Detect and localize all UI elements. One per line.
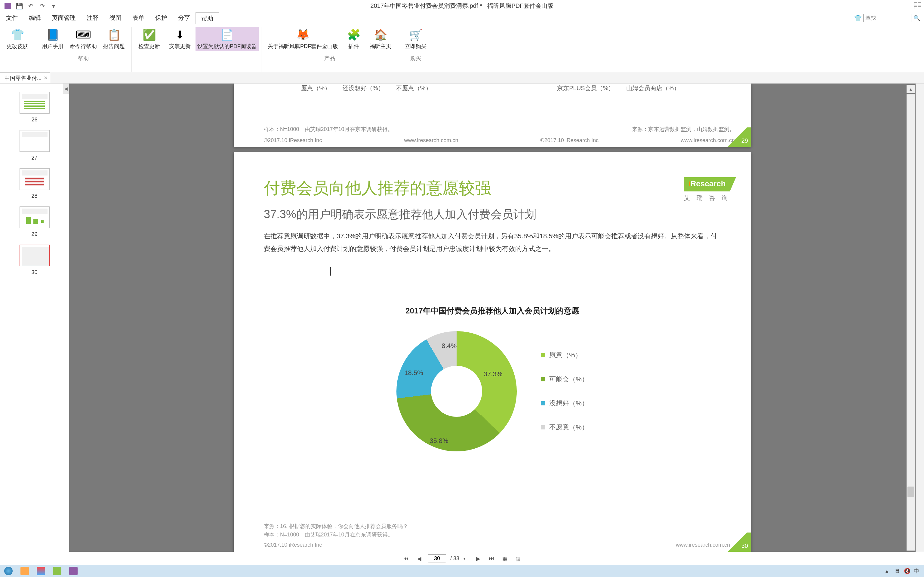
- thumbnail-list: 26 27 28 29 30: [0, 84, 69, 285]
- report-issue-label: 报告问题: [103, 43, 125, 50]
- right-rail: [916, 84, 924, 552]
- taskbar-app1-icon[interactable]: [21, 567, 29, 575]
- terminal-icon: ⌨: [74, 28, 93, 42]
- swatch-blue: [541, 401, 545, 405]
- buy-now-button[interactable]: 🛒立即购买: [401, 27, 431, 51]
- donut-label-a: 37.3%: [484, 370, 502, 378]
- window-grid-icon[interactable]: [914, 2, 921, 9]
- thumbnail-panel: ◀ 26 27 28 29 30: [0, 84, 69, 552]
- ribbon-group-update: ✅检查更新 ⬇安装更新 📄设置为默认的PDF阅读器: [132, 27, 262, 72]
- change-skin-label: 更改皮肤: [6, 43, 28, 50]
- user-manual-label: 用户手册: [42, 43, 63, 50]
- taskbar: ▴ 🖥 🔇 中: [0, 565, 924, 577]
- logo-subtitle: 艾 瑞 咨 询: [684, 194, 730, 202]
- taskbar-app2-icon[interactable]: [37, 567, 45, 575]
- page-viewer[interactable]: ▴ 愿意（%） 还没想好（%） 不愿意（%） 京东PLUS会员（%） 山姆会员商…: [69, 84, 916, 552]
- document-tab[interactable]: 中国零售业付... ✕: [0, 73, 50, 83]
- p30-footer-q: 来源：16. 根据您的实际体验，你会向他人推荐会员服务吗？: [264, 522, 730, 530]
- set-default-button[interactable]: 📄设置为默认的PDF阅读器: [195, 27, 258, 51]
- skin-icon[interactable]: 👕: [854, 14, 862, 22]
- p29-page-number: 29: [724, 127, 751, 147]
- first-page-icon[interactable]: ⏮: [402, 554, 410, 563]
- foxit-home-label: 福昕主页: [370, 43, 391, 50]
- p30-footer: 来源：16. 根据您的实际体验，你会向他人推荐会员服务吗？ 样本：N=1000；…: [264, 522, 730, 552]
- report-issue-button[interactable]: 📋报告问题: [99, 27, 129, 51]
- foxit-home-button[interactable]: 🏠福昕主页: [365, 27, 396, 51]
- next-page-icon[interactable]: ▶: [474, 554, 483, 563]
- check-update-button[interactable]: ✅检查更新: [134, 27, 164, 51]
- menu-page-manage[interactable]: 页面管理: [46, 12, 81, 24]
- redo-icon[interactable]: ↷: [37, 1, 47, 11]
- ribbon: 👕 更改皮肤 📘用户手册 ⌨命令行帮助 📋报告问题 帮助 ✅检查更新 ⬇安装更新…: [0, 24, 924, 72]
- undo-icon[interactable]: ↶: [26, 1, 36, 11]
- ribbon-group-buy: 🛒立即购买 购买: [398, 27, 433, 72]
- thumb-26[interactable]: [19, 92, 50, 114]
- current-page-input[interactable]: [428, 554, 446, 563]
- close-tab-icon[interactable]: ✕: [44, 75, 47, 81]
- svg-rect-0: [5, 3, 11, 9]
- vertical-scrollbar[interactable]: [906, 94, 915, 551]
- page-dropdown-icon[interactable]: ▾: [464, 556, 470, 561]
- menu-file[interactable]: 文件: [1, 12, 23, 24]
- search-input[interactable]: [863, 14, 911, 22]
- last-page-icon[interactable]: ⏭: [487, 554, 496, 563]
- menu-annotate[interactable]: 注释: [81, 12, 104, 24]
- qat-dropdown-icon[interactable]: ▾: [49, 1, 58, 11]
- thumb-label-26: 26: [2, 117, 66, 123]
- menu-search: 👕 🔍: [854, 14, 924, 22]
- cmd-help-button[interactable]: ⌨命令行帮助: [68, 27, 99, 51]
- taskbar-foxit-icon[interactable]: [69, 567, 78, 575]
- plugins-button[interactable]: 🧩插件: [342, 27, 365, 51]
- save-icon[interactable]: 💾: [15, 1, 24, 11]
- iresearch-logo: iResearch 艾 瑞 咨 询: [684, 177, 730, 202]
- menu-help[interactable]: 帮助: [195, 12, 219, 24]
- nav-extra2-icon[interactable]: ▨: [514, 554, 522, 563]
- scroll-up-icon[interactable]: ▴: [906, 85, 915, 93]
- buy-now-label: 立即购买: [405, 43, 426, 50]
- thumb-29[interactable]: [19, 206, 50, 228]
- donut-label-c: 18.5%: [404, 369, 423, 377]
- legend-1: 可能会（%）: [549, 375, 588, 384]
- page-30: 付费会员向他人推荐的意愿较强 iResearch 艾 瑞 咨 询 37.3%的用…: [234, 152, 751, 552]
- tray-volume-icon[interactable]: 🔇: [903, 567, 911, 575]
- thumb-28[interactable]: [19, 168, 50, 190]
- p29-legend-left-0: 愿意（%）: [301, 85, 331, 91]
- home-icon: 🏠: [371, 28, 390, 42]
- scrollbar-handle[interactable]: [908, 487, 914, 497]
- window-title: 2017年中国零售业付费会员消费洞察.pdf * - 福昕风腾PDF套件金山版: [371, 2, 554, 10]
- p29-legend-left-1: 还没想好（%）: [342, 85, 384, 91]
- cart-icon: 🛒: [406, 28, 425, 42]
- menu-share[interactable]: 分享: [173, 12, 195, 24]
- menu-view[interactable]: 视图: [104, 12, 127, 24]
- nav-extra1-icon[interactable]: ▦: [500, 554, 509, 563]
- system-tray: ▴ 🖥 🔇 中: [883, 567, 924, 575]
- prev-page-icon[interactable]: ◀: [415, 554, 424, 563]
- puzzle-icon: 🧩: [344, 28, 363, 42]
- window-controls: [914, 2, 921, 9]
- ribbon-group-product: 🦊关于福昕风腾PDF套件金山版 🧩插件 🏠福昕主页 产品: [262, 27, 398, 72]
- tray-up-icon[interactable]: ▴: [883, 567, 890, 575]
- about-button[interactable]: 🦊关于福昕风腾PDF套件金山版: [264, 27, 342, 51]
- thumb-27[interactable]: [19, 130, 50, 152]
- tray-monitor-icon[interactable]: 🖥: [893, 567, 901, 575]
- p29-sample: 样本：N=1000；由艾瑞2017年10月在京东调研获得。: [264, 126, 393, 133]
- thumb-30[interactable]: [19, 245, 50, 266]
- app-icon: [3, 1, 13, 11]
- pdf-icon: 📄: [218, 28, 237, 42]
- start-button[interactable]: [4, 567, 13, 575]
- menu-form[interactable]: 表单: [127, 12, 150, 24]
- change-skin-button[interactable]: 👕 更改皮肤: [2, 27, 32, 51]
- legend-3: 不愿意（%）: [549, 423, 588, 432]
- user-manual-button[interactable]: 📘用户手册: [37, 27, 68, 51]
- legend-2: 没想好（%）: [549, 399, 588, 408]
- menu-edit[interactable]: 编辑: [23, 12, 46, 24]
- check-icon: ✅: [140, 28, 159, 42]
- book-icon: 📘: [43, 28, 62, 42]
- install-update-button[interactable]: ⬇安装更新: [165, 27, 195, 51]
- tray-ime[interactable]: 中: [914, 567, 919, 575]
- group-label-product: 产品: [324, 55, 335, 62]
- menu-protect[interactable]: 保护: [150, 12, 173, 24]
- taskbar-app3-icon[interactable]: [53, 567, 61, 575]
- collapse-thumbs-icon[interactable]: ◀: [63, 84, 69, 94]
- search-icon[interactable]: 🔍: [913, 14, 921, 22]
